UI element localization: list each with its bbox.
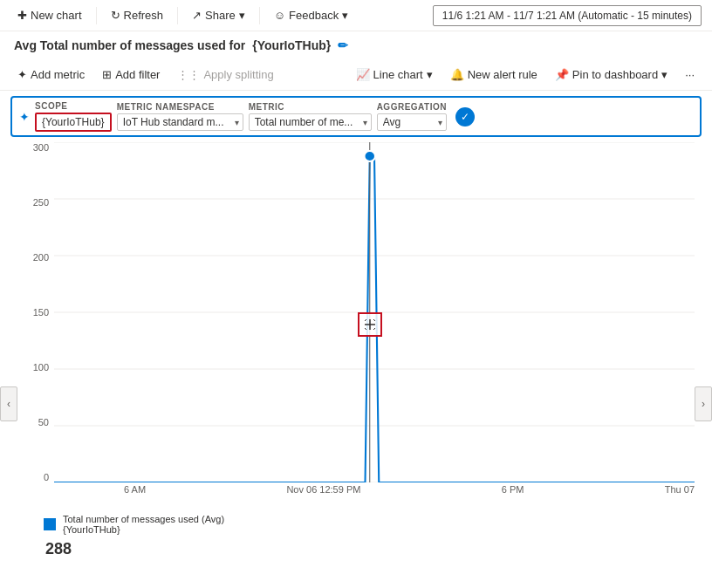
chevron-right-icon: ›	[702, 398, 705, 410]
plus-icon: ✚	[17, 9, 27, 22]
apply-splitting-button[interactable]: ⋮⋮ Apply splitting	[170, 65, 280, 85]
y-label-100: 100	[33, 362, 49, 373]
chart-title-scope: {YourIoTHub}	[252, 38, 331, 52]
metric-label: METRIC	[249, 102, 372, 112]
new-chart-button[interactable]: ✚ New chart	[10, 5, 89, 25]
y-label-0: 0	[44, 472, 49, 482]
namespace-label: METRIC NAMESPACE	[117, 102, 243, 112]
legend-area: Total number of messages used (Avg) {You…	[0, 509, 712, 540]
svg-line-13	[365, 328, 366, 330]
x-axis: 6 AM Nov 06 12:59 PM 6 PM Thu 07	[54, 484, 695, 509]
pin-to-dashboard-label: Pin to dashboard	[572, 68, 658, 81]
svg-point-8	[364, 151, 375, 161]
metric-field: METRIC Total number of me...	[249, 102, 372, 131]
metrics-right-group: 📈 Line chart ▾ 🔔 New alert rule 📌 Pin to…	[349, 65, 702, 85]
add-metric-button[interactable]: ✦ Add metric	[10, 65, 92, 85]
chart-title-prefix: Avg Total number of messages used for	[14, 38, 245, 52]
legend-label: Total number of messages used (Avg)	[63, 514, 224, 524]
legend-sublabel: {YourIoTHub}	[63, 524, 224, 535]
metric-select-wrapper: Total number of me...	[249, 113, 372, 131]
namespace-select[interactable]: IoT Hub standard m...	[117, 113, 243, 131]
feedback-icon: ☺	[274, 9, 285, 22]
svg-line-11	[365, 319, 366, 321]
share-chevron-icon: ▾	[239, 9, 245, 22]
divider-1	[96, 7, 97, 24]
divider-3	[259, 7, 260, 24]
aggregation-label: AGGREGATION	[377, 102, 447, 112]
edit-title-icon[interactable]: ✏	[338, 38, 348, 52]
share-icon: ↗	[192, 9, 202, 22]
feedback-button[interactable]: ☺ Feedback ▾	[267, 5, 355, 25]
config-check-icon[interactable]: ✓	[455, 107, 475, 126]
chart-nav-right-button[interactable]: ›	[695, 386, 712, 421]
metrics-toolbar: ✦ Add metric ⊞ Add filter ⋮⋮ Apply split…	[0, 59, 712, 91]
add-metric-label: Add metric	[31, 68, 85, 81]
metric-select[interactable]: Total number of me...	[249, 113, 372, 131]
feedback-chevron-icon: ▾	[342, 9, 348, 22]
chart-title-bar: Avg Total number of messages used for {Y…	[0, 31, 712, 59]
metric-config-inner: ✦ SCOPE {YourIoTHub} METRIC NAMESPACE Io…	[10, 96, 702, 137]
line-chart-chevron-icon: ▾	[427, 68, 433, 81]
y-label-300: 300	[33, 142, 49, 153]
apply-splitting-label: Apply splitting	[203, 68, 273, 81]
pin-chevron-icon: ▾	[661, 68, 668, 81]
chart-container: ‹ › 300 250 200 150 100 50 0	[0, 142, 712, 509]
aggregation-select[interactable]: Avg	[377, 113, 447, 131]
new-alert-rule-button[interactable]: 🔔 New alert rule	[443, 65, 544, 85]
divider-2	[177, 7, 178, 24]
x-label-6am: 6 AM	[124, 484, 146, 495]
aggregation-field: AGGREGATION Avg	[377, 102, 447, 131]
new-alert-rule-label: New alert rule	[468, 68, 537, 81]
share-label: Share	[205, 9, 236, 22]
aggregation-select-wrapper: Avg	[377, 113, 447, 131]
chart-nav-left-button[interactable]: ‹	[0, 386, 17, 421]
move-icon	[363, 318, 377, 332]
legend-value: 288	[0, 540, 712, 558]
namespace-field: METRIC NAMESPACE IoT Hub standard m...	[117, 102, 243, 131]
y-axis: 300 250 200 150 100 50 0	[17, 142, 54, 482]
filter-icon: ⊞	[102, 68, 112, 81]
refresh-icon: ↻	[111, 9, 120, 22]
y-label-150: 150	[33, 307, 49, 318]
svg-line-14	[373, 328, 375, 330]
line-chart-label: Line chart	[373, 68, 423, 81]
y-label-200: 200	[33, 252, 49, 263]
pin-to-dashboard-button[interactable]: 📌 Pin to dashboard ▾	[548, 65, 674, 85]
chart-svg-wrapper	[54, 142, 695, 482]
pin-icon: 📌	[555, 68, 569, 81]
time-range-button[interactable]: 11/6 1:21 AM - 11/7 1:21 AM (Automatic -…	[433, 5, 702, 26]
alert-icon: 🔔	[450, 68, 464, 81]
split-icon: ⋮⋮	[177, 68, 200, 81]
scope-field: SCOPE {YourIoTHub}	[35, 101, 112, 132]
x-label-6pm: 6 PM	[502, 484, 524, 495]
metric-config-icon: ✦	[19, 110, 30, 124]
refresh-label: Refresh	[124, 9, 164, 22]
legend-color-swatch	[44, 518, 56, 530]
refresh-button[interactable]: ↻ Refresh	[104, 5, 171, 25]
metric-config-bar: ✦ SCOPE {YourIoTHub} METRIC NAMESPACE Io…	[0, 91, 712, 142]
feedback-label: Feedback	[289, 9, 339, 22]
scope-label: SCOPE	[35, 101, 112, 111]
drag-crosshair-icon[interactable]	[358, 312, 382, 337]
add-filter-label: Add filter	[115, 68, 160, 81]
add-metric-icon: ✦	[17, 68, 27, 81]
add-filter-button[interactable]: ⊞ Add filter	[95, 65, 167, 85]
ellipsis-icon: ···	[685, 68, 695, 81]
time-range-label: 11/6 1:21 AM - 11/7 1:21 AM (Automatic -…	[442, 10, 692, 22]
chart-inner: 300 250 200 150 100 50 0	[17, 142, 695, 509]
legend-text-group: Total number of messages used (Avg) {You…	[63, 514, 224, 535]
line-chart-button[interactable]: 📈 Line chart ▾	[349, 65, 440, 85]
chevron-left-icon: ‹	[7, 398, 10, 410]
scope-value[interactable]: {YourIoTHub}	[35, 113, 112, 132]
top-toolbar: ✚ New chart ↻ Refresh ↗ Share ▾ ☺ Feedba…	[0, 0, 712, 31]
more-options-button[interactable]: ···	[678, 65, 702, 85]
x-label-thu07: Thu 07	[665, 484, 695, 495]
new-chart-label: New chart	[31, 9, 82, 22]
namespace-select-wrapper: IoT Hub standard m...	[117, 113, 243, 131]
line-chart-icon: 📈	[356, 68, 370, 81]
svg-line-12	[373, 319, 375, 321]
y-label-50: 50	[38, 417, 49, 427]
share-button[interactable]: ↗ Share ▾	[185, 5, 252, 25]
y-label-250: 250	[33, 197, 49, 208]
x-label-noon: Nov 06 12:59 PM	[286, 484, 360, 495]
